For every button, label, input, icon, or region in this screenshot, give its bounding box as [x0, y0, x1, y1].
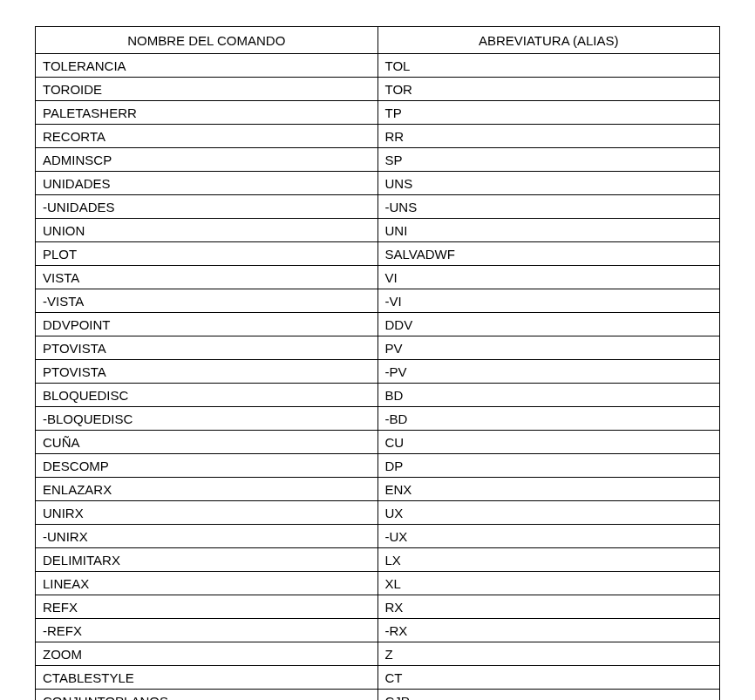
- cell-command-alias: -VI: [378, 289, 720, 313]
- table-row: ADMINSCPSP: [36, 148, 720, 172]
- cell-command-alias: XL: [378, 572, 720, 595]
- table-row: -UNIDADES-UNS: [36, 195, 720, 219]
- cell-command-alias: -UX: [378, 525, 720, 548]
- cell-command-name: DDVPOINT: [36, 313, 378, 336]
- cell-command-alias: CT: [378, 666, 720, 690]
- table-row: PTOVISTA-PV: [36, 360, 720, 384]
- cell-command-name: -VISTA: [36, 289, 378, 313]
- table-row: CUÑACU: [36, 431, 720, 454]
- table-row: PTOVISTAPV: [36, 336, 720, 360]
- cell-command-name: ENLAZARX: [36, 478, 378, 501]
- table-row: RECORTARR: [36, 125, 720, 148]
- cell-command-alias: TP: [378, 101, 720, 125]
- table-row: ENLAZARXENX: [36, 478, 720, 501]
- table-row: CTABLESTYLECT: [36, 666, 720, 690]
- cell-command-alias: RR: [378, 125, 720, 148]
- cell-command-alias: SP: [378, 148, 720, 172]
- cell-command-alias: BD: [378, 384, 720, 407]
- cell-command-alias: TOL: [378, 54, 720, 78]
- table-row: DELIMITARXLX: [36, 548, 720, 572]
- cell-command-name: UNIDADES: [36, 172, 378, 195]
- cell-command-name: BLOQUEDISC: [36, 384, 378, 407]
- cell-command-name: DELIMITARX: [36, 548, 378, 572]
- cell-command-alias: UNS: [378, 172, 720, 195]
- table-row: UNIONUNI: [36, 219, 720, 242]
- cell-command-name: CUÑA: [36, 431, 378, 454]
- cell-command-name: ADMINSCP: [36, 148, 378, 172]
- table-row: BLOQUEDISCBD: [36, 384, 720, 407]
- cell-command-name: RECORTA: [36, 125, 378, 148]
- cell-command-alias: -BD: [378, 407, 720, 431]
- cell-command-alias: CU: [378, 431, 720, 454]
- cell-command-alias: ENX: [378, 478, 720, 501]
- cell-command-alias: DP: [378, 454, 720, 478]
- table-row: -UNIRX-UX: [36, 525, 720, 548]
- table-row: PLOTSALVADWF: [36, 242, 720, 266]
- table-row: -VISTA-VI: [36, 289, 720, 313]
- table-row: UNIDADESUNS: [36, 172, 720, 195]
- cell-command-name: CONJUNTOPLANOS: [36, 690, 378, 701]
- cell-command-alias: VI: [378, 266, 720, 289]
- cell-command-name: PTOVISTA: [36, 336, 378, 360]
- cell-command-name: UNIRX: [36, 501, 378, 525]
- table-row: DDVPOINTDDV: [36, 313, 720, 336]
- cell-command-name: -BLOQUEDISC: [36, 407, 378, 431]
- cell-command-alias: LX: [378, 548, 720, 572]
- table-row: LINEAXXL: [36, 572, 720, 595]
- cell-command-alias: Z: [378, 642, 720, 666]
- cell-command-alias: DDV: [378, 313, 720, 336]
- table-row: CONJUNTOPLANOSCJP: [36, 690, 720, 701]
- cell-command-name: VISTA: [36, 266, 378, 289]
- table-row: TOROIDETOR: [36, 78, 720, 101]
- cell-command-name: UNION: [36, 219, 378, 242]
- table-row: DESCOMPDP: [36, 454, 720, 478]
- cell-command-alias: SALVADWF: [378, 242, 720, 266]
- cell-command-alias: RX: [378, 595, 720, 619]
- cell-command-name: PTOVISTA: [36, 360, 378, 384]
- cell-command-name: TOROIDE: [36, 78, 378, 101]
- cell-command-name: LINEAX: [36, 572, 378, 595]
- table-row: ZOOMZ: [36, 642, 720, 666]
- table-row: VISTAVI: [36, 266, 720, 289]
- table-row: TOLERANCIATOL: [36, 54, 720, 78]
- cell-command-alias: CJP: [378, 690, 720, 701]
- table-row: -REFX-RX: [36, 619, 720, 642]
- cell-command-alias: -RX: [378, 619, 720, 642]
- commands-table: NOMBRE DEL COMANDO ABREVIATURA (ALIAS) T…: [35, 26, 720, 700]
- cell-command-alias: TOR: [378, 78, 720, 101]
- header-alias: ABREVIATURA (ALIAS): [378, 27, 720, 54]
- cell-command-name: -UNIDADES: [36, 195, 378, 219]
- table-row: UNIRXUX: [36, 501, 720, 525]
- cell-command-alias: UNI: [378, 219, 720, 242]
- header-name: NOMBRE DEL COMANDO: [36, 27, 378, 54]
- table-row: REFXRX: [36, 595, 720, 619]
- cell-command-alias: -PV: [378, 360, 720, 384]
- cell-command-name: PLOT: [36, 242, 378, 266]
- cell-command-name: -UNIRX: [36, 525, 378, 548]
- cell-command-alias: -UNS: [378, 195, 720, 219]
- table-header-row: NOMBRE DEL COMANDO ABREVIATURA (ALIAS): [36, 27, 720, 54]
- table-row: PALETASHERRTP: [36, 101, 720, 125]
- cell-command-name: ZOOM: [36, 642, 378, 666]
- cell-command-name: CTABLESTYLE: [36, 666, 378, 690]
- cell-command-name: PALETASHERR: [36, 101, 378, 125]
- cell-command-name: TOLERANCIA: [36, 54, 378, 78]
- cell-command-alias: UX: [378, 501, 720, 525]
- cell-command-name: DESCOMP: [36, 454, 378, 478]
- cell-command-alias: PV: [378, 336, 720, 360]
- table-row: -BLOQUEDISC-BD: [36, 407, 720, 431]
- cell-command-name: REFX: [36, 595, 378, 619]
- cell-command-name: -REFX: [36, 619, 378, 642]
